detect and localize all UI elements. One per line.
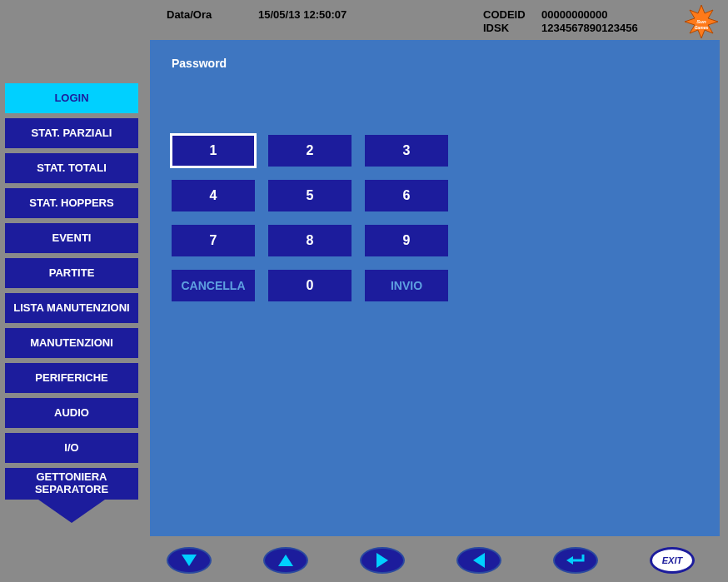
- sidebar-item-login[interactable]: LOGIN: [5, 83, 138, 113]
- footer-nav: EXIT: [0, 539, 728, 582]
- svg-marker-7: [473, 553, 485, 568]
- idsk-label: IDSK: [483, 22, 509, 34]
- sungames-logo-icon: Sun Games: [685, 5, 718, 38]
- keypad-4[interactable]: 4: [172, 180, 255, 211]
- keypad-5[interactable]: 5: [268, 180, 352, 211]
- nav-down-button[interactable]: [167, 547, 212, 574]
- svg-marker-8: [566, 556, 573, 565]
- sidebar-item-stat-totali[interactable]: STAT. TOTALI: [5, 153, 138, 183]
- codeid-label: CODEID: [483, 8, 526, 21]
- sidebar-item-manutenzioni[interactable]: MANUTENZIONI: [5, 328, 138, 358]
- password-keypad: 1 2 3 4 5 6 7 8 9 CANCELLA 0 INVIO: [172, 135, 448, 301]
- sidebar: LOGIN STAT. PARZIALI STAT. TOTALI STAT. …: [5, 83, 142, 525]
- svg-marker-4: [182, 555, 197, 566]
- svg-marker-3: [38, 500, 105, 523]
- date-label: Data/Ora: [167, 8, 212, 21]
- sidebar-item-partite[interactable]: PARTITE: [5, 258, 138, 288]
- nav-right-button[interactable]: [360, 547, 405, 574]
- svg-marker-5: [278, 555, 293, 566]
- main-panel: Password 1 2 3 4 5 6 7 8 9 CANCELLA 0 IN…: [150, 40, 720, 536]
- keypad-2[interactable]: 2: [268, 135, 352, 167]
- keypad-7[interactable]: 7: [172, 225, 255, 256]
- codeid-value: 00000000000: [541, 8, 608, 21]
- keypad-0[interactable]: 0: [268, 270, 352, 301]
- header-bar: Data/Ora 15/05/13 12:50:07 CODEID 000000…: [0, 0, 728, 40]
- keypad-cancel[interactable]: CANCELLA: [172, 270, 255, 301]
- exit-label: EXIT: [662, 555, 682, 565]
- date-value: 15/05/13 12:50:07: [258, 8, 347, 21]
- sidebar-item-stat-hoppers[interactable]: STAT. HOPPERS: [5, 188, 138, 218]
- keypad-8[interactable]: 8: [268, 225, 352, 256]
- nav-left-button[interactable]: [456, 547, 501, 574]
- keypad-9[interactable]: 9: [365, 225, 448, 256]
- keypad-3[interactable]: 3: [365, 135, 448, 167]
- keypad-1[interactable]: 1: [172, 135, 255, 167]
- sidebar-scroll-down-icon[interactable]: [5, 500, 138, 525]
- sidebar-item-periferiche[interactable]: PERIFERICHE: [5, 363, 138, 393]
- nav-enter-button[interactable]: [553, 547, 598, 574]
- panel-title: Password: [172, 57, 227, 70]
- sidebar-item-gettoniera[interactable]: GETTONIERA SEPARATORE: [5, 468, 138, 500]
- nav-up-button[interactable]: [263, 547, 308, 574]
- sidebar-item-stat-parziali[interactable]: STAT. PARZIALI: [5, 118, 138, 148]
- idsk-value: 1234567890123456: [541, 22, 638, 34]
- sidebar-item-audio[interactable]: AUDIO: [5, 398, 138, 428]
- exit-button[interactable]: EXIT: [650, 547, 695, 574]
- sidebar-item-io[interactable]: I/O: [5, 433, 138, 463]
- svg-marker-6: [376, 553, 388, 568]
- svg-text:Games: Games: [695, 25, 709, 30]
- sidebar-item-eventi[interactable]: EVENTI: [5, 223, 138, 253]
- keypad-6[interactable]: 6: [365, 180, 448, 211]
- svg-text:Sun: Sun: [696, 19, 706, 24]
- sidebar-item-lista-manutenzioni[interactable]: LISTA MANUTENZIONI: [5, 293, 138, 323]
- keypad-enter[interactable]: INVIO: [365, 270, 448, 301]
